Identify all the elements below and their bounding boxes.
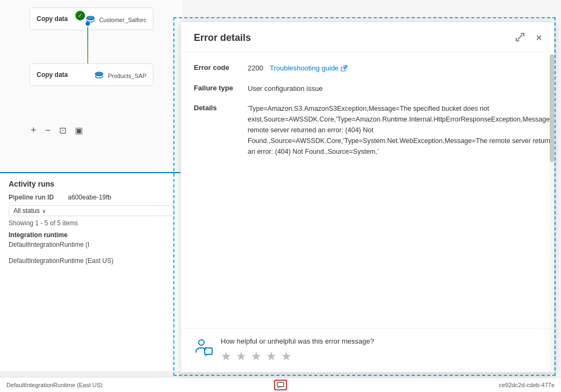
error-panel-header: Error details × <box>181 22 554 52</box>
inner-node-1: Customer_Salforc <box>85 15 146 25</box>
status-bar-left-text: DefaultIntegrationRuntime (East US) <box>6 382 103 388</box>
failure-type-value: User configuration issue <box>248 83 541 94</box>
copy-data-label-1: Copy data <box>37 15 68 23</box>
error-code-label: Error code <box>194 63 248 72</box>
header-actions: × <box>514 31 543 45</box>
zoom-in-icon[interactable]: + <box>30 124 38 137</box>
expand-button[interactable] <box>514 31 526 45</box>
toolbar: + − ⊡ ▣ <box>30 124 84 137</box>
star-1[interactable]: ★ <box>221 350 232 364</box>
svg-point-5 <box>199 340 204 345</box>
showing-items-text: Showing 1 - 5 of 5 items <box>9 219 174 227</box>
feedback-content: How helpful or unhelpful was this error … <box>221 337 541 364</box>
activity-runs-panel: Activity runs Pipeline run ID a600eabe-1… <box>0 172 183 371</box>
details-text: 'Type=Amazon.S3.AmazonS3Exception,Messag… <box>248 103 554 157</box>
database-icon-2 <box>94 70 104 81</box>
pipeline-run-id-label: Pipeline run ID <box>9 194 68 201</box>
troubleshooting-guide-label: Troubleshooting guide <box>270 63 339 74</box>
copy-data-label-2: Copy data <box>37 71 68 79</box>
status-bar-center <box>274 380 287 390</box>
failure-type-field: Failure type User configuration issue <box>194 83 541 94</box>
scrollbar-thumb[interactable] <box>550 54 554 162</box>
status-bar-left: DefaultIntegrationRuntime (East US) <box>6 382 265 388</box>
feedback-question: How helpful or unhelpful was this error … <box>221 337 541 345</box>
star-5[interactable]: ★ <box>281 350 292 364</box>
failure-type-label: Failure type <box>194 83 248 92</box>
chat-button[interactable] <box>274 380 287 390</box>
node-label-1: Customer_Salforc <box>99 17 146 23</box>
success-badge-1: ✓ <box>75 11 85 20</box>
pipeline-area: Copy data ✓ Customer_Salforc Copy data <box>0 0 183 172</box>
troubleshooting-guide-link[interactable]: Troubleshooting guide <box>270 63 347 74</box>
error-code-value-row: 2200 Troubleshooting guide <box>248 63 541 74</box>
runtime-value-1: DefaultIntegrationRuntime (I <box>9 241 174 248</box>
details-label: Details <box>194 103 248 112</box>
scrollbar-track[interactable] <box>550 54 554 372</box>
frame-icon[interactable]: ▣ <box>74 124 84 137</box>
star-3[interactable]: ★ <box>251 350 262 364</box>
status-bar: DefaultIntegrationRuntime (East US) ce92… <box>0 377 561 392</box>
status-filter-dropdown[interactable]: All status ∨ <box>9 205 174 216</box>
external-link-icon <box>341 65 347 72</box>
star-2[interactable]: ★ <box>236 350 247 364</box>
feedback-section: How helpful or unhelpful was this error … <box>181 328 554 372</box>
svg-rect-7 <box>277 382 284 387</box>
copy-data-node-2[interactable]: Copy data Products_SAP <box>30 63 153 86</box>
status-bar-right-text: ce92dc2d-cdeb-477e <box>499 382 555 388</box>
inner-node-2: Products_SAP <box>94 70 146 81</box>
error-panel-title: Error details <box>194 32 251 44</box>
star-4[interactable]: ★ <box>266 350 277 364</box>
runtime-value-2: DefaultIntegrationRuntime (East US) <box>9 257 174 265</box>
zoom-out-icon[interactable]: − <box>44 124 52 137</box>
close-button[interactable]: × <box>535 31 543 45</box>
node-label-2: Products_SAP <box>108 73 146 79</box>
integration-runtime-header: Integration runtime <box>9 231 174 239</box>
copy-data-node-1[interactable]: Copy data ✓ Customer_Salforc <box>30 8 153 30</box>
fit-view-icon[interactable]: ⊡ <box>58 124 67 137</box>
chat-icon <box>277 382 284 388</box>
pipeline-run-id-row: Pipeline run ID a600eabe-19fb <box>9 194 174 201</box>
star-rating: ★ ★ ★ ★ ★ <box>221 350 541 364</box>
pipeline-run-id-value: a600eabe-19fb <box>68 194 111 201</box>
status-bar-right: ce92dc2d-cdeb-477e <box>296 382 555 388</box>
error-panel-body: Error code 2200 Troubleshooting guide Fa… <box>181 52 554 328</box>
error-code-field: Error code 2200 Troubleshooting guide <box>194 63 541 74</box>
chevron-down-icon: ∨ <box>42 208 46 214</box>
status-filter-label: All status <box>13 207 40 215</box>
details-field: Details 'Type=Amazon.S3.AmazonS3Exceptio… <box>194 103 541 157</box>
expand-icon <box>515 32 525 42</box>
activity-runs-title: Activity runs <box>9 180 174 188</box>
connector-dot-top <box>86 22 90 26</box>
error-details-panel: Error details × Error code 2200 Troubles… <box>180 22 555 373</box>
error-code-number: 2200 <box>248 63 263 74</box>
feedback-person-icon <box>194 337 213 357</box>
